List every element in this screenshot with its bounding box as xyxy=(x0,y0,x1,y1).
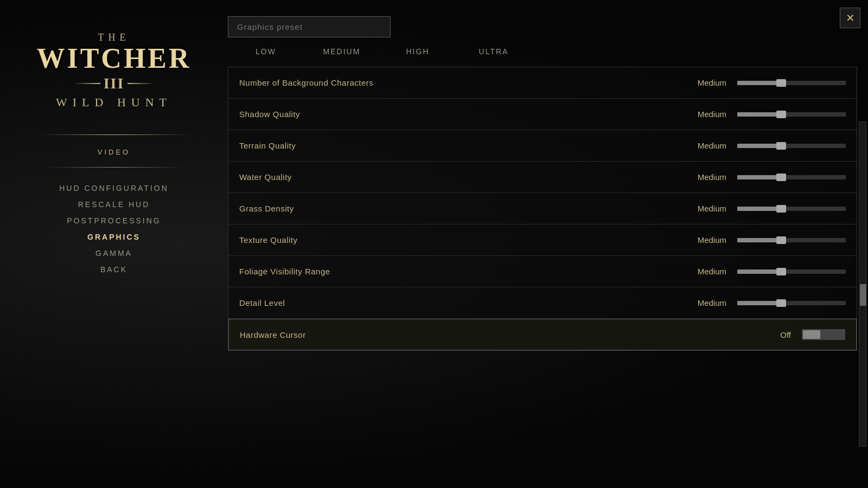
setting-row-bg-chars: Number of Background Characters Medium xyxy=(228,67,857,99)
nav-menu: HUD CONFIGURATION RESCALE HUD POSTPROCES… xyxy=(59,184,169,274)
preset-level-low[interactable]: LOW xyxy=(228,44,304,59)
slider-track-bg-chars[interactable] xyxy=(737,81,846,85)
slider-track-detail-level[interactable] xyxy=(737,301,846,305)
setting-name-hardware-cursor: Hardware Cursor xyxy=(240,330,748,339)
sidebar-item-rescale-hud[interactable]: RESCALE HUD xyxy=(78,200,150,209)
main-content: LOW MEDIUM HIGH ULTRA Number of Backgrou… xyxy=(228,16,857,477)
logo-the: THE xyxy=(98,32,130,43)
setting-name-foliage-visibility: Foliage Visibility Range xyxy=(239,267,683,276)
slider-track-shadow-quality[interactable] xyxy=(737,112,846,117)
sidebar-item-hud-config[interactable]: HUD CONFIGURATION xyxy=(59,184,169,192)
setting-name-bg-chars: Number of Background Characters xyxy=(239,78,683,87)
setting-name-detail-level: Detail Level xyxy=(239,298,683,307)
setting-row-water-quality: Water Quality Medium xyxy=(228,162,857,193)
sidebar-item-back[interactable]: BACK xyxy=(100,265,127,274)
sidebar-item-postprocessing[interactable]: POSTPROCESSING xyxy=(67,216,161,225)
setting-value-bg-chars: Medium xyxy=(683,78,726,87)
setting-value-texture-quality: Medium xyxy=(683,235,726,245)
logo-divider xyxy=(38,134,190,135)
scrollbar[interactable] xyxy=(859,121,866,447)
setting-row-shadow-quality: Shadow Quality Medium xyxy=(228,99,857,130)
slider-track-water-quality[interactable] xyxy=(737,175,846,179)
preset-level-medium[interactable]: MEDIUM xyxy=(304,44,380,59)
left-panel: THE WITCHER III WILD HUNT VIDEO HUD CONF… xyxy=(0,0,228,488)
toggle-thumb-hardware-cursor xyxy=(803,330,820,339)
sword-left xyxy=(73,83,100,84)
slider-track-texture-quality[interactable] xyxy=(737,238,846,242)
preset-levels: LOW MEDIUM HIGH ULTRA xyxy=(228,44,857,63)
setting-row-texture-quality: Texture Quality Medium xyxy=(228,224,857,256)
setting-value-hardware-cursor: Off xyxy=(748,330,791,339)
setting-row-terrain-quality: Terrain Quality Medium xyxy=(228,130,857,162)
setting-row-grass-density: Grass Density Medium xyxy=(228,193,857,224)
logo-roman: III xyxy=(104,75,125,92)
setting-row-foliage-visibility: Foliage Visibility Range Medium xyxy=(228,256,857,287)
logo: THE WITCHER III WILD HUNT xyxy=(27,16,201,125)
logo-witcher: WITCHER xyxy=(36,44,191,73)
sidebar-item-gamma[interactable]: GAMMA xyxy=(95,249,132,258)
setting-value-shadow-quality: Medium xyxy=(683,110,726,119)
setting-value-grass-density: Medium xyxy=(683,204,726,213)
slider-track-terrain-quality[interactable] xyxy=(737,144,846,148)
slider-track-grass-density[interactable] xyxy=(737,207,846,211)
preset-level-ultra[interactable]: ULTRA xyxy=(456,44,532,59)
setting-name-terrain-quality: Terrain Quality xyxy=(239,141,683,150)
logo-wild-hunt: WILD HUNT xyxy=(56,95,172,110)
setting-value-foliage-visibility: Medium xyxy=(683,267,726,276)
logo-sword-row: III xyxy=(73,75,155,92)
section-label: VIDEO xyxy=(98,148,130,156)
graphics-preset-input[interactable] xyxy=(228,16,391,37)
section-divider xyxy=(43,167,184,168)
slider-track-foliage-visibility[interactable] xyxy=(737,269,846,274)
setting-name-grass-density: Grass Density xyxy=(239,204,683,213)
settings-list: Number of Background Characters Medium S… xyxy=(228,67,857,351)
scrollbar-thumb xyxy=(860,284,866,306)
setting-value-water-quality: Medium xyxy=(683,172,726,182)
setting-row-hardware-cursor: Hardware Cursor Off xyxy=(228,319,857,350)
sidebar-item-graphics[interactable]: GRAPHICS xyxy=(87,233,141,241)
setting-name-shadow-quality: Shadow Quality xyxy=(239,110,683,119)
setting-row-detail-level: Detail Level Medium xyxy=(228,287,857,319)
setting-value-terrain-quality: Medium xyxy=(683,141,726,150)
sword-right xyxy=(127,83,155,84)
hardware-cursor-toggle[interactable] xyxy=(802,329,845,340)
setting-value-detail-level: Medium xyxy=(683,298,726,307)
preset-level-high[interactable]: HIGH xyxy=(380,44,456,59)
setting-name-texture-quality: Texture Quality xyxy=(239,235,683,245)
setting-name-water-quality: Water Quality xyxy=(239,172,683,182)
preset-header xyxy=(228,16,391,37)
